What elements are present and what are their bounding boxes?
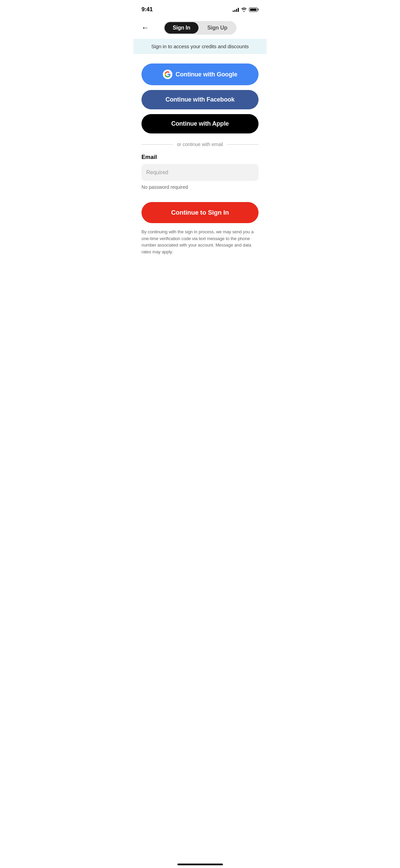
signin-tab[interactable]: Sign In bbox=[165, 22, 198, 34]
battery-icon bbox=[249, 7, 259, 12]
email-input[interactable] bbox=[141, 164, 259, 181]
main-content: Continue with Google Continue with Faceb… bbox=[133, 54, 267, 263]
social-buttons: Continue with Google Continue with Faceb… bbox=[141, 64, 259, 133]
apple-button-label: Continue with Apple bbox=[171, 120, 229, 127]
divider: or continue with email bbox=[141, 142, 259, 147]
divider-line-left bbox=[141, 144, 173, 145]
google-logo-icon bbox=[163, 70, 172, 79]
facebook-signin-button[interactable]: Continue with Facebook bbox=[141, 90, 259, 109]
info-banner: Sign in to access your credits and disco… bbox=[133, 39, 267, 54]
continue-signin-button[interactable]: Continue to Sign In bbox=[141, 202, 259, 223]
facebook-button-label: Continue with Facebook bbox=[166, 96, 235, 103]
divider-text: or continue with email bbox=[177, 142, 223, 147]
no-password-text: No password required bbox=[141, 184, 259, 190]
back-button[interactable]: ← bbox=[140, 22, 150, 34]
status-time: 9:41 bbox=[141, 6, 153, 13]
google-signin-button[interactable]: Continue with Google bbox=[141, 64, 259, 85]
email-label: Email bbox=[141, 154, 259, 161]
status-icons bbox=[233, 7, 259, 12]
tab-toggle: Sign In Sign Up bbox=[164, 21, 236, 35]
google-g-icon bbox=[165, 71, 171, 77]
status-bar: 9:41 bbox=[133, 0, 267, 17]
banner-text: Sign in to access your credits and disco… bbox=[151, 43, 249, 49]
disclaimer-text: By continuing with the sign in process, … bbox=[141, 229, 259, 255]
google-button-label: Continue with Google bbox=[176, 71, 237, 78]
signal-icon bbox=[233, 7, 239, 12]
signup-tab[interactable]: Sign Up bbox=[199, 22, 235, 34]
divider-line-right bbox=[227, 144, 259, 145]
header-nav: ← Sign In Sign Up bbox=[133, 17, 267, 39]
apple-signin-button[interactable]: Continue with Apple bbox=[141, 114, 259, 133]
wifi-icon bbox=[241, 7, 247, 12]
